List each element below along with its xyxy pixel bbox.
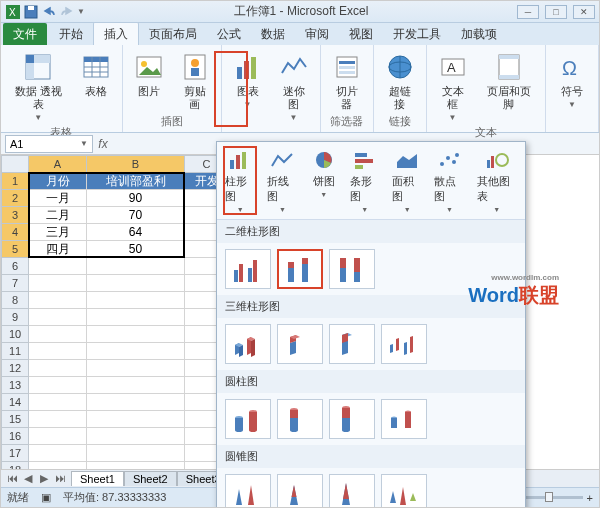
cell[interactable] (29, 411, 87, 428)
chart-type-other[interactable]: 其他图表▼ (475, 146, 519, 215)
chart-opt-cone-100stacked[interactable] (329, 474, 375, 508)
sparkline-button[interactable]: 迷你图▼ (274, 49, 314, 124)
chart-opt-cyl-stacked[interactable] (277, 399, 323, 439)
chart-opt-cone-stacked[interactable] (277, 474, 323, 508)
row-header-7[interactable]: 7 (1, 275, 29, 292)
sheet-tab-2[interactable]: Sheet2 (124, 471, 177, 486)
chart-opt-cyl-3d[interactable] (381, 399, 427, 439)
cell[interactable] (87, 394, 185, 411)
cell[interactable]: 四月 (29, 241, 87, 258)
cell[interactable] (87, 258, 185, 275)
cell[interactable] (29, 360, 87, 377)
sheet-nav-prev[interactable]: ◀ (21, 472, 35, 485)
chart-opt-3d-100stacked[interactable] (329, 324, 375, 364)
cell[interactable] (87, 411, 185, 428)
cell[interactable] (87, 377, 185, 394)
hyperlink-button[interactable]: 超链接 (380, 49, 420, 113)
row-header-1[interactable]: 1 (1, 173, 29, 190)
slicer-button[interactable]: 切片器 (327, 49, 367, 113)
chart-opt-3d-column[interactable] (381, 324, 427, 364)
pivot-table-button[interactable]: 数据 透视表▼ (7, 49, 70, 124)
cell[interactable] (87, 428, 185, 445)
chart-type-area[interactable]: 面积图▼ (390, 146, 424, 215)
row-header-5[interactable]: 5 (1, 241, 29, 258)
chart-opt-stacked-column[interactable] (277, 249, 323, 289)
tab-addins[interactable]: 加载项 (451, 23, 507, 45)
tab-layout[interactable]: 页面布局 (139, 23, 207, 45)
tab-view[interactable]: 视图 (339, 23, 383, 45)
chart-type-line[interactable]: 折线图▼ (265, 146, 299, 215)
tab-home[interactable]: 开始 (49, 23, 93, 45)
chart-opt-clustered-column[interactable] (225, 249, 271, 289)
zoom-in[interactable]: + (587, 492, 593, 504)
cell[interactable] (29, 394, 87, 411)
chart-opt-cone-clustered[interactable] (225, 474, 271, 508)
tab-insert[interactable]: 插入 (93, 22, 139, 45)
picture-button[interactable]: 图片 (129, 49, 169, 100)
row-header-6[interactable]: 6 (1, 258, 29, 275)
chart-type-column[interactable]: 柱形图▼ (223, 146, 257, 215)
sheet-nav-last[interactable]: ⏭ (53, 472, 67, 485)
row-header-15[interactable]: 15 (1, 411, 29, 428)
cell[interactable] (87, 360, 185, 377)
cell[interactable] (29, 377, 87, 394)
chart-opt-100stacked-column[interactable] (329, 249, 375, 289)
row-header-16[interactable]: 16 (1, 428, 29, 445)
chart-type-bar[interactable]: 条形图▼ (348, 146, 382, 215)
chart-opt-3d-stacked[interactable] (277, 324, 323, 364)
row-header-8[interactable]: 8 (1, 292, 29, 309)
header-footer-button[interactable]: 页眉和页脚 (479, 49, 540, 113)
redo-icon[interactable] (59, 4, 75, 20)
cell[interactable]: 二月 (29, 207, 87, 224)
row-header-14[interactable]: 14 (1, 394, 29, 411)
row-header-2[interactable]: 2 (1, 190, 29, 207)
table-button[interactable]: 表格 (76, 49, 116, 100)
cell[interactable]: 70 (87, 207, 185, 224)
cell[interactable] (29, 326, 87, 343)
fx-icon[interactable]: fx (93, 137, 113, 151)
cell[interactable] (29, 445, 87, 462)
symbol-button[interactable]: Ω符号▼ (552, 49, 592, 111)
cell[interactable] (87, 445, 185, 462)
cell[interactable] (29, 309, 87, 326)
col-header-A[interactable]: A (29, 155, 87, 173)
cell[interactable]: 50 (87, 241, 185, 258)
cell[interactable] (87, 326, 185, 343)
cell[interactable]: 三月 (29, 224, 87, 241)
row-header-9[interactable]: 9 (1, 309, 29, 326)
row-header-12[interactable]: 12 (1, 360, 29, 377)
cell[interactable] (29, 258, 87, 275)
minimize-button[interactable]: ─ (517, 5, 539, 19)
tab-formula[interactable]: 公式 (207, 23, 251, 45)
chart-opt-3d-clustered[interactable] (225, 324, 271, 364)
col-header-B[interactable]: B (87, 155, 185, 173)
maximize-button[interactable]: □ (545, 5, 567, 19)
cell[interactable]: 90 (87, 190, 185, 207)
cell[interactable]: 培训部盈利 (87, 173, 185, 190)
qat-dropdown-icon[interactable]: ▼ (77, 7, 85, 16)
clipart-button[interactable]: 剪贴画 (175, 49, 215, 113)
row-header-11[interactable]: 11 (1, 343, 29, 360)
cell[interactable] (87, 343, 185, 360)
cell[interactable] (29, 343, 87, 360)
tab-data[interactable]: 数据 (251, 23, 295, 45)
close-button[interactable]: ✕ (573, 5, 595, 19)
cell[interactable] (29, 428, 87, 445)
chart-type-scatter[interactable]: 散点图▼ (432, 146, 466, 215)
undo-icon[interactable] (41, 4, 57, 20)
tab-review[interactable]: 审阅 (295, 23, 339, 45)
textbox-button[interactable]: A文本框▼ (433, 49, 473, 124)
row-header-10[interactable]: 10 (1, 326, 29, 343)
sheet-nav-next[interactable]: ▶ (37, 472, 51, 485)
row-header-17[interactable]: 17 (1, 445, 29, 462)
row-header-13[interactable]: 13 (1, 377, 29, 394)
cell[interactable]: 64 (87, 224, 185, 241)
tab-developer[interactable]: 开发工具 (383, 23, 451, 45)
status-record-icon[interactable]: ▣ (41, 491, 51, 504)
chart-opt-cone-3d[interactable] (381, 474, 427, 508)
chart-type-pie[interactable]: 饼图▼ (308, 146, 340, 215)
chart-opt-cyl-clustered[interactable] (225, 399, 271, 439)
select-all-corner[interactable] (1, 155, 29, 173)
cell[interactable] (87, 292, 185, 309)
chart-button[interactable]: 图表▼ (228, 49, 268, 111)
